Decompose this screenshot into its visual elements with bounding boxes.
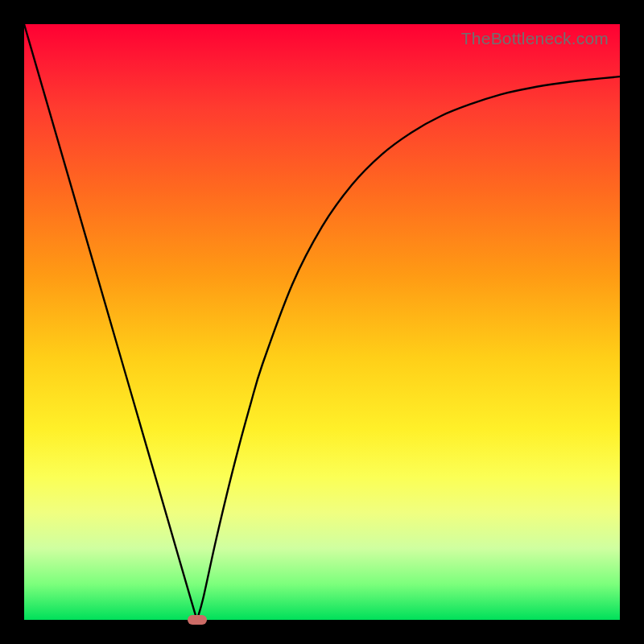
curve-layer — [24, 24, 620, 620]
bottleneck-curve — [24, 24, 620, 620]
min-marker — [188, 615, 207, 625]
plot-area: TheBottleneck.com — [24, 24, 620, 620]
chart-frame: TheBottleneck.com — [0, 0, 644, 644]
